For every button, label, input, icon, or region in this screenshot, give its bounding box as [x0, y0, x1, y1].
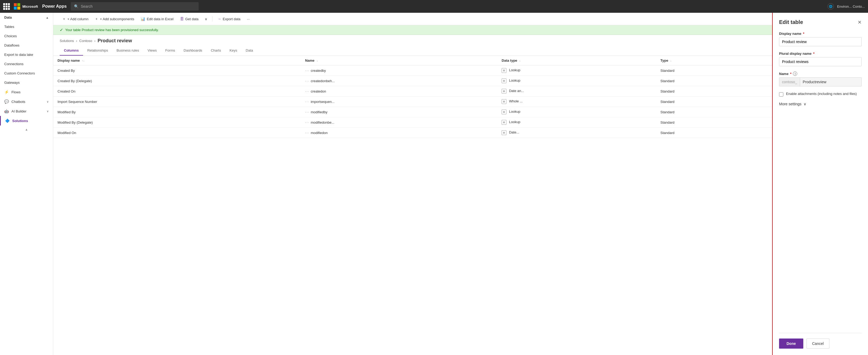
cell-display-name: Created By (Delegate) — [53, 76, 301, 86]
name-info-icon[interactable]: i — [793, 72, 797, 76]
breadcrumb-current: Product review — [98, 38, 132, 44]
sort-type-icon[interactable]: ↓ — [670, 59, 672, 62]
sidebar: Data ▲ Tables Choices Dataflows Export t… — [0, 13, 53, 355]
tab-relationships[interactable]: Relationships — [83, 46, 112, 56]
plural-name-label: Plural display name * — [779, 51, 862, 56]
name-prefix: contoso_ — [779, 78, 800, 86]
data-type-icon: ⊞ — [502, 78, 506, 83]
table-row: Created By ··· createdby ⊞ Lookup Standa… — [53, 65, 772, 76]
waffle-menu[interactable] — [3, 3, 9, 9]
get-data-icon: 🗄 — [180, 17, 184, 21]
breadcrumb-contoso[interactable]: Contoso — [79, 39, 92, 43]
content-area: ＋ + Add column ＋ + Add subcomponents 📊 E… — [53, 13, 772, 355]
row-display-name: Created On — [58, 90, 75, 93]
row-dots-menu[interactable]: ··· — [305, 89, 310, 93]
breadcrumb: Solutions › Contoso › Product review — [53, 35, 772, 44]
sidebar-item-dataflows[interactable]: Dataflows — [0, 41, 53, 50]
breadcrumb-solutions[interactable]: Solutions — [60, 39, 74, 43]
data-type-icon: ⊞ — [502, 89, 506, 94]
done-button[interactable]: Done — [779, 339, 803, 349]
cell-data-type: ⊞ Lookup — [497, 76, 656, 86]
row-display-name: Modified By (Delegate) — [58, 120, 93, 125]
sidebar-item-ai-builder[interactable]: 🤖 AI Builder ∨ — [0, 106, 53, 116]
tab-forms[interactable]: Forms — [161, 46, 180, 56]
topbar-right: 🌐 Environ... Conto... — [828, 3, 865, 9]
ms-label: Microsoft — [22, 4, 38, 8]
cell-display-name: Created By — [53, 65, 301, 76]
solutions-label: Solutions — [12, 119, 28, 123]
attachments-label[interactable]: Enable attachments (including notes and … — [786, 92, 857, 96]
plural-name-input[interactable] — [779, 57, 862, 66]
attachments-checkbox-group: Enable attachments (including notes and … — [779, 92, 862, 97]
search-icon: 🔍 — [74, 4, 79, 8]
sort-display-name-icon[interactable]: ↑↓ — [82, 59, 84, 62]
data-type-icon: ⊞ — [502, 99, 506, 104]
cancel-button[interactable]: Cancel — [806, 339, 829, 349]
name-value: Productreview — [800, 78, 829, 86]
th-name[interactable]: Name ↓ — [301, 56, 497, 65]
display-name-label: Display name * — [779, 32, 862, 36]
close-panel-button[interactable]: ✕ — [858, 20, 862, 25]
row-name: modifiedon — [311, 131, 328, 135]
sidebar-item-gateways[interactable]: Gateways — [0, 78, 53, 87]
row-dots-menu[interactable]: ··· — [305, 131, 310, 135]
sidebar-item-custom-connectors[interactable]: Custom Connectors — [0, 69, 53, 78]
display-name-input[interactable] — [779, 37, 862, 46]
export-data-button[interactable]: → Export data — [215, 15, 243, 23]
sidebar-item-flows[interactable]: ⚡ Flows — [0, 87, 53, 97]
dataflows-label: Dataflows — [4, 43, 20, 47]
search-input[interactable] — [81, 4, 195, 8]
sidebar-item-export-lake[interactable]: Export to data lake — [0, 50, 53, 59]
more-settings-toggle[interactable]: More settings ∨ — [779, 102, 862, 106]
more-settings-chevron: ∨ — [804, 102, 806, 106]
row-dots-menu[interactable]: ··· — [305, 110, 310, 114]
tab-business-rules[interactable]: Business rules — [112, 46, 144, 56]
cell-type: Standard — [656, 117, 772, 128]
export-data-label: Export data — [223, 17, 241, 21]
th-type[interactable]: Type ↓ — [656, 56, 772, 65]
attachments-checkbox[interactable] — [779, 92, 783, 97]
cell-type: Standard — [656, 128, 772, 138]
th-data-type[interactable]: Data type ↓ — [497, 56, 656, 65]
tab-columns[interactable]: Columns — [60, 46, 83, 56]
cell-data-type: ⊞ Date... — [497, 128, 656, 138]
tab-dashboards[interactable]: Dashboards — [180, 46, 207, 56]
row-type: Standard — [660, 120, 675, 125]
tab-charts[interactable]: Charts — [207, 46, 225, 56]
tab-keys[interactable]: Keys — [225, 46, 242, 56]
more-button[interactable]: ··· — [244, 15, 252, 23]
sidebar-item-chatbots[interactable]: 💬 Chatbots ∨ — [0, 97, 53, 106]
row-dots-menu[interactable]: ··· — [305, 79, 310, 83]
tabs-bar: Columns Relationships Business rules Vie… — [53, 46, 772, 56]
sort-name-icon[interactable]: ↓ — [317, 59, 318, 62]
row-type: Standard — [660, 79, 675, 83]
row-dots-menu[interactable]: ··· — [305, 120, 310, 125]
row-dots-menu[interactable]: ··· — [305, 68, 310, 73]
add-column-button[interactable]: ＋ + Add column — [60, 15, 91, 23]
add-subcomponents-button[interactable]: ＋ + Add subcomponents — [92, 15, 137, 23]
sidebar-item-tables[interactable]: Tables — [0, 22, 53, 31]
row-name: createdby — [311, 69, 326, 73]
data-type-icon: ⊞ — [502, 68, 506, 73]
sidebar-item-solutions[interactable]: 🔷 Solutions — [0, 116, 53, 126]
dropdown-arrow-button[interactable]: ∨ — [202, 15, 210, 23]
cell-dots-name: ··· createdon — [301, 86, 497, 97]
th-display-name[interactable]: Display name ↑↓ — [53, 56, 301, 65]
sidebar-scroll-up[interactable]: ▲ — [0, 126, 53, 134]
row-data-type: Whole ... — [509, 99, 523, 103]
get-data-button[interactable]: 🗄 Get data — [177, 15, 201, 23]
sidebar-item-choices[interactable]: Choices — [0, 31, 53, 41]
tab-views[interactable]: Views — [143, 46, 161, 56]
cell-type: Standard — [656, 65, 772, 76]
sidebar-item-connections[interactable]: Connections — [0, 59, 53, 69]
plural-name-required: * — [813, 51, 814, 56]
cell-type: Standard — [656, 86, 772, 97]
data-type-icon: ⊞ — [502, 120, 506, 125]
search-bar[interactable]: 🔍 — [71, 2, 198, 11]
tab-data[interactable]: Data — [242, 46, 257, 56]
edit-excel-button[interactable]: 📊 Edit data in Excel — [138, 15, 176, 23]
table-row: Modified By ··· modifiedby ⊞ Lookup Stan… — [53, 107, 772, 117]
sort-datatype-icon[interactable]: ↓ — [519, 59, 521, 62]
row-dots-menu[interactable]: ··· — [305, 100, 310, 104]
ms-logo: Microsoft — [14, 3, 38, 9]
